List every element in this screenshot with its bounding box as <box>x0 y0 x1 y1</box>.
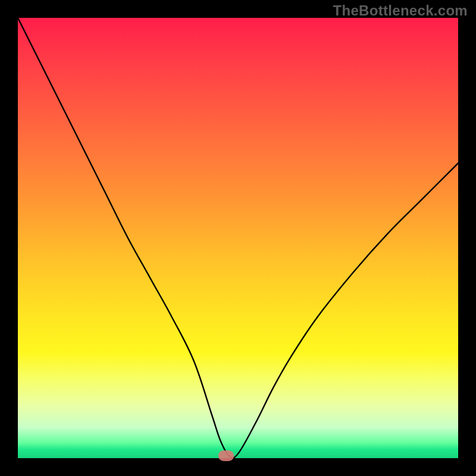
optimal-point-marker <box>218 450 234 461</box>
bottleneck-curve <box>18 18 458 458</box>
chart-container: TheBottleneck.com <box>0 0 476 476</box>
watermark-text: TheBottleneck.com <box>333 2 468 19</box>
plot-area <box>18 18 458 458</box>
curve-path <box>18 18 458 458</box>
